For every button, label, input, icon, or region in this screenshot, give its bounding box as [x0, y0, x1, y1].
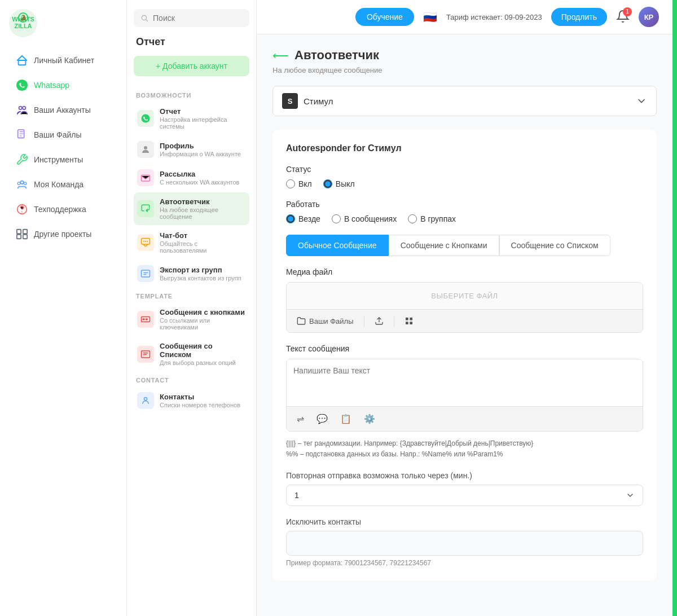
- format-icon-1[interactable]: ⇌: [293, 411, 307, 426]
- avatar[interactable]: КР: [639, 7, 659, 27]
- page-subtitle: На любое входящее сообщение: [272, 66, 657, 74]
- sidebar-item-support[interactable]: Техподдержка: [5, 197, 122, 221]
- logo: WHATS ZILLA 🐊: [0, 9, 126, 49]
- text-message-area: ⇌ 💬 📋 ⚙️: [286, 359, 643, 432]
- svg-rect-30: [146, 319, 148, 320]
- work-everywhere-radio[interactable]: [286, 214, 295, 223]
- svg-text:ZILLA: ZILLA: [14, 23, 32, 29]
- continue-button[interactable]: Продлить: [551, 8, 607, 26]
- home-icon: [16, 54, 28, 67]
- sidebar-item-accounts[interactable]: Ваши Аккаунты: [5, 98, 122, 122]
- work-messages-option[interactable]: В сообщениях: [332, 214, 397, 223]
- section-header-template: TEMPLATE: [134, 288, 249, 303]
- media-label: Медиа файл: [286, 267, 643, 276]
- svg-point-20: [142, 115, 150, 123]
- sidebar-item-team[interactable]: Моя Команда: [5, 173, 122, 196]
- svg-point-21: [144, 146, 147, 149]
- resend-label: Повторная отправка возможна только через…: [286, 471, 643, 480]
- toolbar-divider-1: [364, 315, 364, 327]
- status-off-option[interactable]: Выкл: [323, 179, 355, 188]
- stimulus-icon: S: [282, 93, 298, 109]
- sidebar-item-projects[interactable]: Другие проекты: [5, 222, 122, 246]
- resend-section: Повторная отправка возможна только через…: [286, 471, 643, 506]
- form-section: Autoresponder for Стимул Статус Вкл Выкл: [272, 130, 657, 580]
- work-everywhere-option[interactable]: Везде: [286, 214, 320, 223]
- menu-item-mailing[interactable]: Рассылка С нескольких WA аккаунтов: [134, 164, 249, 191]
- status-off-radio[interactable]: [323, 179, 332, 188]
- svg-rect-36: [406, 322, 408, 324]
- svg-rect-34: [406, 318, 408, 320]
- format-icon-4[interactable]: ⚙️: [361, 411, 379, 426]
- upload-button[interactable]: [371, 314, 387, 328]
- grid-icon: [405, 316, 414, 325]
- format-icon-2[interactable]: 💬: [313, 411, 331, 426]
- tools-icon: [16, 153, 28, 166]
- chatbot-icon: [137, 234, 154, 251]
- media-group: Медиа файл ВЫБЕРИТЕ ФАЙЛ Ваши Файлы: [286, 267, 643, 333]
- status-on-radio[interactable]: [286, 179, 295, 188]
- svg-rect-35: [410, 318, 412, 320]
- work-groups-radio[interactable]: [408, 214, 417, 223]
- text-message-input[interactable]: [287, 359, 643, 404]
- sidebar-item-personal[interactable]: Личный Кабинет: [5, 49, 122, 72]
- search-input[interactable]: [153, 14, 243, 23]
- logo-icon: WHATS ZILLA 🐊: [9, 9, 37, 37]
- menu-item-contacts[interactable]: Контакты Списки номеров телефонов: [134, 387, 249, 414]
- menu-item-msg-buttons[interactable]: Сообщения с кнопками Со ссылками или клю…: [134, 303, 249, 336]
- bell-badge: 1: [623, 7, 632, 16]
- work-groups-option[interactable]: В группах: [408, 214, 456, 223]
- menu-item-report[interactable]: Отчет Настройка интерфейса системы: [134, 102, 249, 135]
- svg-point-32: [144, 397, 147, 400]
- stimulus-dropdown[interactable]: S Стимул: [272, 86, 657, 116]
- add-account-button[interactable]: + Добавить аккаунт: [134, 56, 249, 76]
- menu-item-msg-list[interactable]: Сообщения со Списком Для выбора разных о…: [134, 337, 249, 371]
- svg-rect-5: [19, 60, 26, 65]
- work-messages-radio[interactable]: [332, 214, 341, 223]
- learn-button[interactable]: Обучение: [355, 8, 414, 26]
- main-content: Обучение 🇷🇺 Тариф истекает: 09-09-2023 П…: [257, 0, 672, 616]
- text-toolbar: ⇌ 💬 📋 ⚙️: [287, 406, 643, 431]
- svg-rect-18: [23, 235, 27, 239]
- export-icon: [137, 265, 154, 282]
- status-on-option[interactable]: Вкл: [286, 179, 312, 188]
- page-header: ⟵ Автоответчик: [272, 48, 657, 63]
- exclude-label: Исключить контакты: [286, 517, 643, 526]
- exclude-input[interactable]: [286, 531, 643, 556]
- form-title: Autoresponder for Стимул: [286, 143, 643, 153]
- tab-button-message[interactable]: Сообщение с Кнопками: [389, 235, 499, 256]
- projects-icon: [16, 228, 28, 240]
- hint-text: {|||} – тег рандомизации. Например: {Здр…: [286, 438, 643, 460]
- menu-item-profile[interactable]: Профиль Информация о WA аккаунте: [134, 136, 249, 163]
- menu-item-autoresponder[interactable]: Автоответчик На любое входящее сообщение: [134, 192, 249, 225]
- sidebar-item-tools[interactable]: Инструменты: [5, 148, 122, 171]
- bell-button[interactable]: 1: [616, 10, 630, 25]
- accounts-icon: [16, 104, 28, 116]
- sidebar-item-files[interactable]: Ваши Файлы: [5, 123, 122, 147]
- format-icon-3[interactable]: 📋: [337, 411, 355, 426]
- tab-simple-message[interactable]: Обычное Сообщение: [286, 235, 389, 256]
- your-files-button[interactable]: Ваши Файлы: [293, 314, 357, 328]
- tariff-text: Тариф истекает: 09-09-2023: [446, 13, 542, 21]
- exclude-section: Исключить контакты Пример формата: 79001…: [286, 517, 643, 567]
- svg-rect-16: [23, 230, 27, 234]
- autoresponder-icon: [137, 200, 154, 217]
- back-button[interactable]: ⟵: [272, 49, 289, 62]
- status-radio-group: Вкл Выкл: [286, 179, 643, 188]
- tab-list-message[interactable]: Сообщение со Списком: [499, 235, 610, 256]
- menu-item-export[interactable]: Экспорт из групп Выгрузка контактов из г…: [134, 260, 249, 287]
- files-icon: [16, 129, 28, 141]
- team-icon: [16, 178, 28, 191]
- file-upload-toolbar: Ваши Файлы: [287, 309, 643, 332]
- sidebar-item-whatsapp[interactable]: Whatsapp: [5, 73, 122, 97]
- flag-area: 🇷🇺: [423, 10, 437, 24]
- resend-dropdown[interactable]: 1: [286, 485, 643, 506]
- flag-icon: 🇷🇺: [423, 10, 437, 24]
- search-box[interactable]: [134, 9, 249, 27]
- svg-rect-15: [17, 230, 21, 234]
- grid-button[interactable]: [401, 314, 417, 328]
- svg-rect-29: [143, 319, 145, 320]
- contacts-icon: [137, 392, 154, 409]
- svg-point-10: [20, 181, 24, 184]
- middle-panel: Отчет + Добавить аккаунт ВОЗМОЖНОСТИ Отч…: [127, 0, 257, 616]
- menu-item-chatbot[interactable]: Чат-бот Общайтесь с пользователями: [134, 226, 249, 259]
